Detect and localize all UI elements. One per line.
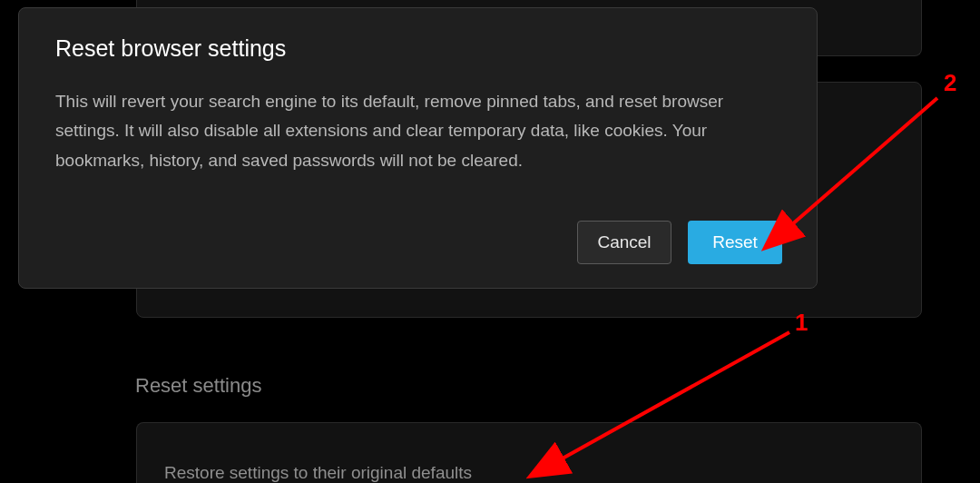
restore-defaults-label: Restore settings to their original defau… <box>164 463 472 483</box>
cancel-button[interactable]: Cancel <box>577 221 671 264</box>
annotation-label-1: 1 <box>795 309 808 336</box>
reset-button[interactable]: Reset <box>688 221 782 264</box>
dialog-actions: Cancel Reset <box>577 221 782 264</box>
reset-browser-dialog: Reset browser settings This will revert … <box>18 7 818 289</box>
dialog-title: Reset browser settings <box>55 35 780 62</box>
reset-settings-heading: Reset settings <box>135 374 261 398</box>
restore-defaults-row[interactable]: Restore settings to their original defau… <box>136 422 922 483</box>
dialog-body: This will revert your search engine to i… <box>55 87 780 175</box>
annotation-label-2: 2 <box>944 69 956 96</box>
